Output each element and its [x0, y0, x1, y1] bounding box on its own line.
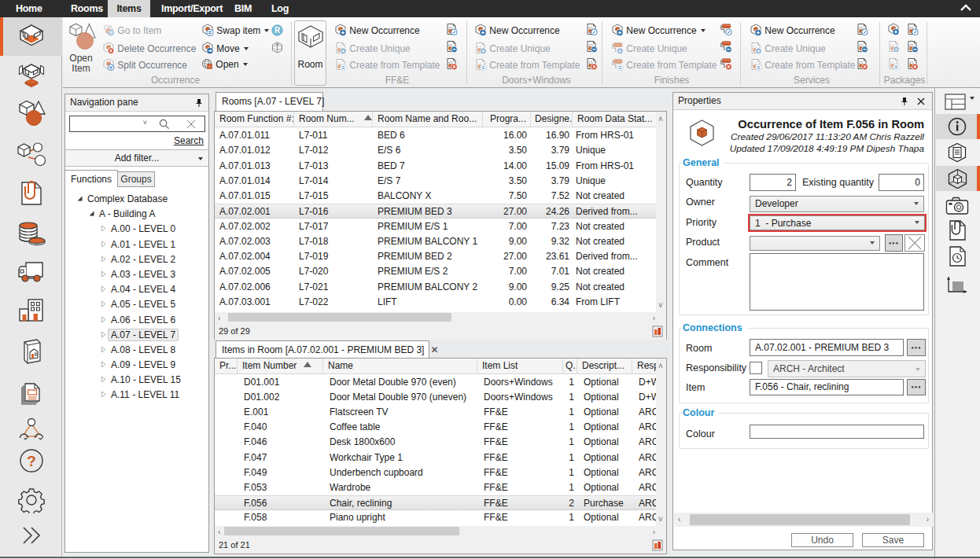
svg-text:R: R	[274, 26, 281, 35]
svg-text:?: ?	[27, 453, 36, 469]
